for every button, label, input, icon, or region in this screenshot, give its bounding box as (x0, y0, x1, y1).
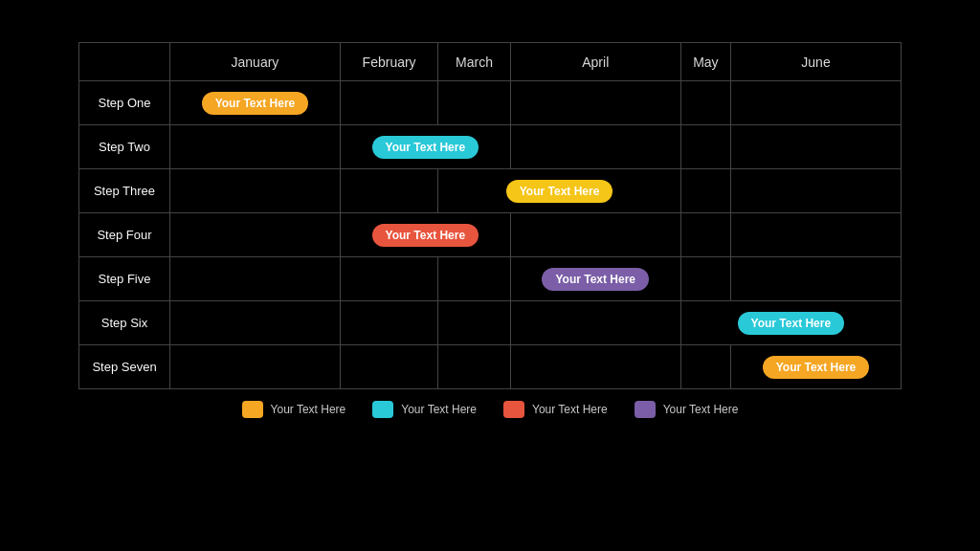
empty-cell (680, 345, 730, 389)
empty-cell (170, 301, 341, 345)
empty-cell (438, 257, 510, 301)
legend-item-cyan: Your Text Here (372, 401, 477, 418)
roadmap-pill-3[interactable]: Your Text Here (372, 224, 479, 247)
legend-item-purple: Your Text Here (635, 401, 739, 418)
empty-cell (731, 213, 902, 257)
empty-cell (340, 345, 437, 389)
table-row: Step TwoYour Text Here (79, 125, 902, 169)
empty-cell (680, 125, 730, 169)
header-empty (79, 43, 170, 81)
row-label-step-six: Step Six (79, 301, 170, 345)
empty-cell (340, 301, 437, 345)
empty-cell (170, 257, 341, 301)
row-label-step-four: Step Four (79, 213, 170, 257)
header-month-june: June (731, 43, 902, 81)
empty-cell (731, 81, 902, 125)
empty-cell (510, 125, 680, 169)
roadmap-table: JanuaryFebruaryMarchAprilMayJune Step On… (78, 42, 902, 389)
empty-cell (731, 125, 902, 169)
roadmap-pill-0[interactable]: Your Text Here (202, 92, 309, 115)
empty-cell (731, 257, 902, 301)
empty-cell (731, 169, 902, 213)
pill-cell-6: Your Text Here (731, 345, 902, 389)
pill-cell-4: Your Text Here (510, 257, 680, 301)
roadmap-pill-1[interactable]: Your Text Here (372, 136, 479, 159)
table-row: Step SevenYour Text Here (79, 345, 902, 389)
empty-cell (438, 81, 510, 125)
pill-cell-5: Your Text Here (680, 301, 901, 345)
pill-cell-0: Your Text Here (170, 81, 341, 125)
header-month-february: February (340, 43, 437, 81)
legend-swatch-orange (242, 401, 263, 418)
legend-label-0: Your Text Here (271, 403, 346, 416)
roadmap-pill-6[interactable]: Your Text Here (763, 356, 870, 379)
empty-cell (438, 345, 510, 389)
empty-cell (438, 301, 510, 345)
row-label-step-one: Step One (79, 81, 170, 125)
header-month-may: May (680, 43, 730, 81)
header-month-january: January (170, 43, 341, 81)
pill-cell-3: Your Text Here (340, 213, 510, 257)
empty-cell (510, 81, 680, 125)
empty-cell (680, 213, 730, 257)
legend-item-red: Your Text Here (503, 401, 608, 418)
pill-cell-2: Your Text Here (438, 169, 680, 213)
empty-cell (340, 169, 437, 213)
row-label-step-five: Step Five (79, 257, 170, 301)
header-month-march: March (438, 43, 510, 81)
table-row: Step ThreeYour Text Here (79, 169, 902, 213)
legend-label-1: Your Text Here (401, 403, 477, 416)
empty-cell (680, 81, 730, 125)
empty-cell (510, 213, 680, 257)
legend-label-3: Your Text Here (663, 403, 739, 416)
empty-cell (170, 169, 341, 213)
empty-cell (510, 301, 680, 345)
legend-item-orange: Your Text Here (242, 401, 346, 418)
legend-swatch-red (503, 401, 524, 418)
empty-cell (680, 169, 730, 213)
legend-swatch-cyan (372, 401, 393, 418)
empty-cell (170, 345, 341, 389)
table-row: Step FourYour Text Here (79, 213, 902, 257)
legend: Your Text HereYour Text HereYour Text He… (78, 401, 902, 418)
row-label-step-seven: Step Seven (79, 345, 170, 389)
table-row: Step SixYour Text Here (79, 301, 902, 345)
empty-cell (170, 213, 341, 257)
empty-cell (340, 81, 437, 125)
legend-label-2: Your Text Here (532, 403, 608, 416)
empty-cell (340, 257, 437, 301)
roadmap-pill-5[interactable]: Your Text Here (738, 312, 845, 335)
table-header-row: JanuaryFebruaryMarchAprilMayJune (79, 43, 902, 81)
roadmap-pill-4[interactable]: Your Text Here (542, 268, 649, 291)
roadmap-pill-2[interactable]: Your Text Here (506, 180, 613, 203)
row-label-step-two: Step Two (79, 125, 170, 169)
empty-cell (680, 257, 730, 301)
empty-cell (170, 125, 341, 169)
empty-cell (510, 345, 680, 389)
table-row: Step FiveYour Text Here (79, 257, 902, 301)
pill-cell-1: Your Text Here (340, 125, 510, 169)
row-label-step-three: Step Three (79, 169, 170, 213)
header-month-april: April (510, 43, 680, 81)
legend-swatch-purple (635, 401, 656, 418)
roadmap-wrapper: JanuaryFebruaryMarchAprilMayJune Step On… (78, 42, 902, 418)
table-row: Step OneYour Text Here (79, 81, 902, 125)
